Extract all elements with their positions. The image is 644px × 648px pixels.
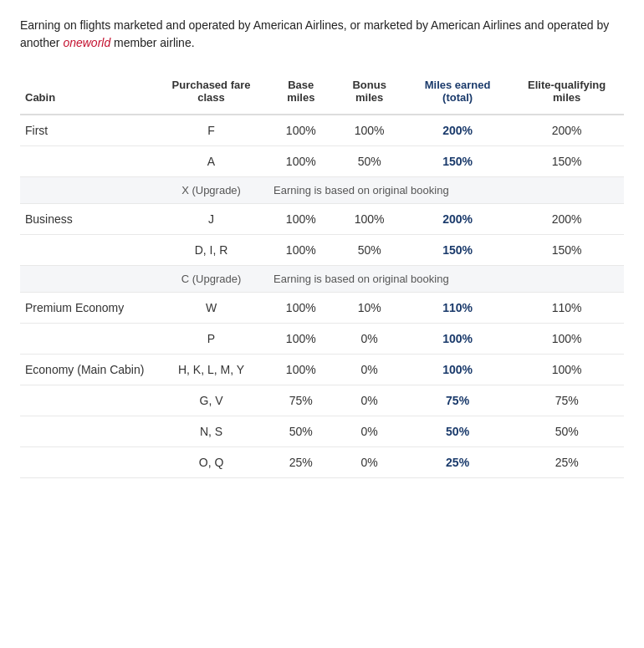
cell-elite-miles: 200%	[509, 204, 624, 235]
cell-miles-earned: 110%	[406, 293, 509, 324]
intro-paragraph: Earning on flights marketed and operated…	[20, 17, 624, 52]
cell-cabin: Economy (Main Cabin)	[20, 355, 154, 385]
table-row: C (Upgrade)Earning is based on original …	[20, 266, 624, 293]
cell-fare-class: O, Q	[154, 447, 268, 478]
cell-elite-miles: 150%	[509, 146, 624, 177]
cell-elite-miles: 100%	[509, 355, 624, 385]
cell-bonus-miles: 50%	[333, 146, 405, 177]
table-row: D, I, R100%50%150%150%	[20, 235, 624, 266]
table-row: BusinessJ100%100%200%200%	[20, 204, 624, 235]
cell-bonus-miles: 0%	[333, 416, 405, 447]
cell-fare-class: N, S	[154, 416, 268, 447]
cell-fare-class: A	[154, 146, 268, 177]
header-base-miles: Base miles	[268, 72, 333, 115]
cell-fare-class: D, I, R	[154, 235, 268, 266]
table-row: Premium EconomyW100%10%110%110%	[20, 293, 624, 324]
intro-text-after: member airline.	[110, 36, 194, 49]
cell-base-miles: 100%	[268, 293, 333, 324]
cell-miles-earned: 100%	[406, 324, 509, 355]
header-bonus-miles: Bonus miles	[333, 72, 405, 115]
table-row: A100%50%150%150%	[20, 146, 624, 177]
table-header-row: Cabin Purchased fare class Base miles Bo…	[20, 72, 624, 115]
cell-bonus-miles: 0%	[333, 355, 405, 385]
cell-miles-earned: 75%	[406, 385, 509, 416]
upgrade-note-cell: Earning is based on original booking	[268, 177, 624, 204]
cell-bonus-miles: 50%	[333, 235, 405, 266]
cell-cabin	[20, 447, 154, 478]
header-miles-earned: Miles earned (total)	[406, 72, 509, 115]
earnings-table: Cabin Purchased fare class Base miles Bo…	[20, 72, 624, 478]
cell-miles-earned: 50%	[406, 416, 509, 447]
table-row: X (Upgrade)Earning is based on original …	[20, 177, 624, 204]
table-row: G, V75%0%75%75%	[20, 385, 624, 416]
table-row: N, S50%0%50%50%	[20, 416, 624, 447]
cell-miles-earned: 100%	[406, 355, 509, 385]
cell-cabin	[20, 416, 154, 447]
cell-base-miles: 100%	[268, 146, 333, 177]
cell-cabin	[20, 235, 154, 266]
cell-cabin: First	[20, 115, 154, 146]
upgrade-cabin-cell	[20, 266, 154, 293]
cell-cabin: Business	[20, 204, 154, 235]
cell-fare-class: F	[154, 115, 268, 146]
cell-elite-miles: 100%	[509, 324, 624, 355]
cell-fare-class: G, V	[154, 385, 268, 416]
cell-cabin	[20, 385, 154, 416]
cell-elite-miles: 200%	[509, 115, 624, 146]
cell-base-miles: 100%	[268, 355, 333, 385]
cell-bonus-miles: 0%	[333, 385, 405, 416]
cell-base-miles: 25%	[268, 447, 333, 478]
header-elite-miles: Elite-qualifying miles	[509, 72, 624, 115]
cell-elite-miles: 150%	[509, 235, 624, 266]
cell-cabin	[20, 146, 154, 177]
cell-miles-earned: 200%	[406, 204, 509, 235]
cell-elite-miles: 75%	[509, 385, 624, 416]
cell-miles-earned: 25%	[406, 447, 509, 478]
cell-bonus-miles: 10%	[333, 293, 405, 324]
cell-cabin: Premium Economy	[20, 293, 154, 324]
cell-elite-miles: 50%	[509, 416, 624, 447]
cell-fare-class: J	[154, 204, 268, 235]
cell-miles-earned: 150%	[406, 235, 509, 266]
table-row: P100%0%100%100%	[20, 324, 624, 355]
cell-fare-class: W	[154, 293, 268, 324]
cell-bonus-miles: 0%	[333, 447, 405, 478]
cell-base-miles: 100%	[268, 204, 333, 235]
cell-base-miles: 100%	[268, 324, 333, 355]
cell-miles-earned: 200%	[406, 115, 509, 146]
header-fare-class: Purchased fare class	[154, 72, 268, 115]
cell-cabin	[20, 324, 154, 355]
upgrade-fare-cell: C (Upgrade)	[154, 266, 268, 293]
cell-base-miles: 100%	[268, 235, 333, 266]
cell-elite-miles: 25%	[509, 447, 624, 478]
cell-base-miles: 50%	[268, 416, 333, 447]
upgrade-note-cell: Earning is based on original booking	[268, 266, 624, 293]
cell-base-miles: 100%	[268, 115, 333, 146]
table-row: O, Q25%0%25%25%	[20, 447, 624, 478]
oneworld-text: oneworld	[63, 36, 110, 49]
upgrade-cabin-cell	[20, 177, 154, 204]
cell-fare-class: H, K, L, M, Y	[154, 355, 268, 385]
cell-miles-earned: 150%	[406, 146, 509, 177]
table-row: Economy (Main Cabin)H, K, L, M, Y100%0%1…	[20, 355, 624, 385]
cell-elite-miles: 110%	[509, 293, 624, 324]
cell-bonus-miles: 100%	[333, 204, 405, 235]
cell-fare-class: P	[154, 324, 268, 355]
cell-base-miles: 75%	[268, 385, 333, 416]
cell-bonus-miles: 0%	[333, 324, 405, 355]
cell-bonus-miles: 100%	[333, 115, 405, 146]
header-cabin: Cabin	[20, 72, 154, 115]
table-row: FirstF100%100%200%200%	[20, 115, 624, 146]
upgrade-fare-cell: X (Upgrade)	[154, 177, 268, 204]
